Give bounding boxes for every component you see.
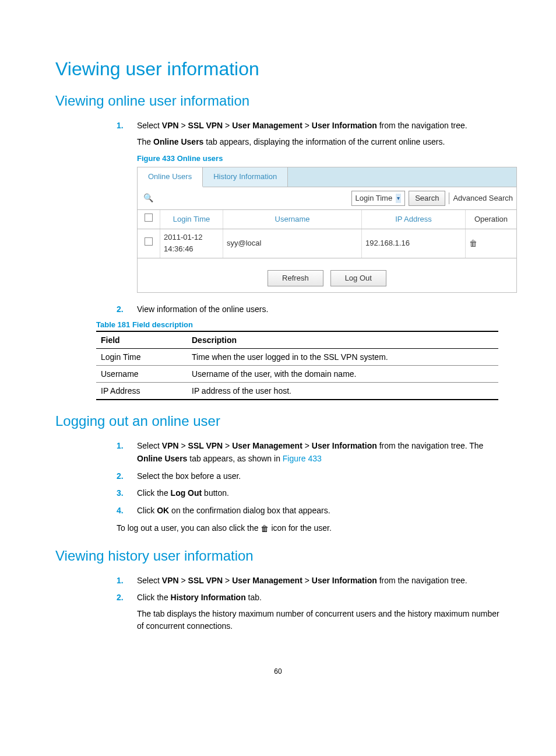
step-number: 2. (117, 592, 124, 604)
step-b2: 2. Select the box before a user. (117, 470, 501, 483)
step-number: 4. (117, 505, 124, 517)
trash-icon[interactable]: 🗑 (469, 239, 477, 248)
col-operation: Operation (466, 210, 517, 229)
step-number: 1. (117, 120, 124, 132)
step-number: 1. (117, 575, 124, 587)
step-number: 2. (117, 303, 124, 316)
table-row: 2011-01-12 14:36:46 syy@local 192.168.1.… (138, 229, 516, 258)
dropdown-value: Login Time (356, 192, 393, 204)
advanced-search-link[interactable]: Advanced Search (449, 192, 513, 204)
section-heading-b: Logging out an online user (55, 413, 501, 429)
step-number: 1. (117, 440, 124, 453)
page-title: Viewing user information (55, 58, 501, 80)
table-row: Login TimeTime when the user logged in t… (96, 349, 498, 366)
cell-login-time: 2011-01-12 14:36:46 (160, 229, 223, 258)
step-c1: 1. Select VPN > SSL VPN > User Managemen… (117, 575, 501, 587)
field-description-table: Field Description Login TimeTime when th… (96, 331, 498, 400)
step-number: 2. (117, 470, 124, 483)
search-button[interactable]: Search (409, 191, 445, 206)
search-icon[interactable]: 🔍 (141, 192, 156, 205)
table-caption: Table 181 Field description (96, 320, 501, 329)
chevron-down-icon: ▾ (396, 194, 401, 203)
header-description: Description (187, 331, 498, 349)
table-row: UsernameUsername of the user, with the d… (96, 366, 498, 383)
step-a1: 1. Select VPN > SSL VPN > User Managemen… (117, 120, 501, 293)
figure-online-users: Online Users History Information 🔍 Login… (137, 167, 517, 293)
logout-button[interactable]: Log Out (330, 270, 386, 286)
section-heading-a: Viewing online user information (55, 93, 501, 109)
tab-online-users[interactable]: Online Users (138, 167, 203, 187)
col-login-time[interactable]: Login Time (160, 210, 223, 229)
tab-history-information[interactable]: History Information (203, 167, 288, 187)
step-c2: 2. Click the History Information tab. Th… (117, 592, 501, 632)
cell-username: syy@local (223, 229, 362, 258)
table-row: IP AddressIP address of the user host. (96, 383, 498, 400)
header-field: Field (96, 331, 187, 349)
figure-caption: Figure 433 Online users (137, 153, 501, 164)
step-b4: 4. Click OK on the confirmation dialog b… (117, 505, 501, 517)
row-checkbox[interactable] (145, 237, 153, 246)
col-username[interactable]: Username (223, 210, 362, 229)
step-b3: 3. Click the Log Out button. (117, 487, 501, 500)
cell-ip: 192.168.1.16 (362, 229, 466, 258)
trailing-note: To log out a user, you can also click th… (117, 522, 501, 535)
step-a2: 2. View information of the online users. (117, 303, 501, 316)
select-all-checkbox[interactable] (145, 214, 153, 222)
section-heading-c: Viewing history user information (55, 548, 501, 564)
refresh-button[interactable]: Refresh (268, 270, 323, 286)
page-number: 60 (55, 667, 501, 676)
trash-icon: 🗑 (261, 524, 269, 533)
figure-ref-link[interactable]: Figure 433 (283, 454, 322, 463)
step-number: 3. (117, 487, 124, 500)
search-field-dropdown[interactable]: Login Time ▾ (351, 191, 406, 206)
col-ip-address[interactable]: IP Address (362, 210, 466, 229)
step-b1: 1. Select VPN > SSL VPN > User Managemen… (117, 440, 501, 465)
